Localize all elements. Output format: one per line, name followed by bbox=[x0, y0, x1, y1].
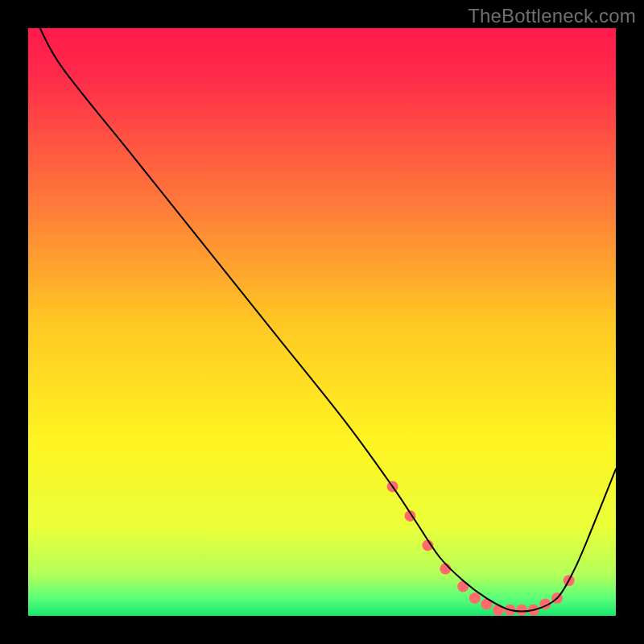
marker-dot bbox=[493, 605, 504, 616]
watermark-text: TheBottleneck.com bbox=[468, 5, 636, 27]
plot-area bbox=[28, 28, 616, 616]
marker-dot bbox=[457, 581, 469, 592]
chart-frame: TheBottleneck.com bbox=[0, 0, 644, 644]
gradient-background bbox=[28, 28, 616, 616]
bottleneck-chart bbox=[28, 28, 616, 616]
marker-dot bbox=[516, 605, 527, 616]
marker-dot bbox=[469, 592, 481, 604]
